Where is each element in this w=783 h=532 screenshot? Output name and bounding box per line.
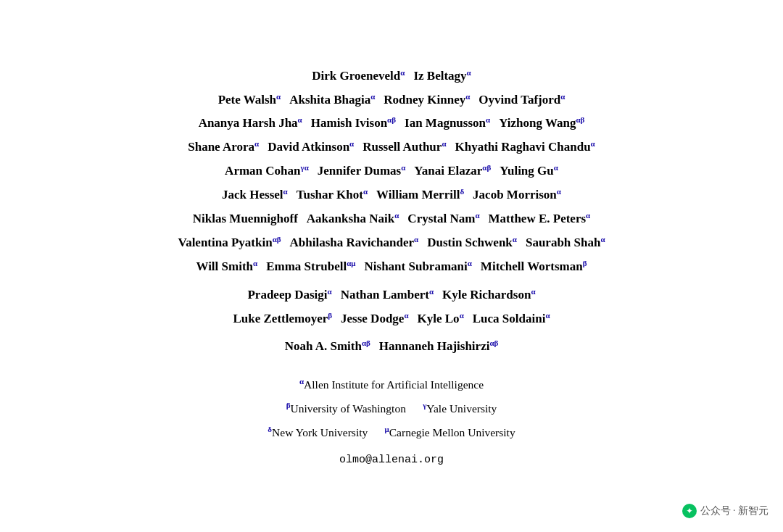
author-iz-beltagy: Iz Beltagyα — [413, 70, 471, 82]
author-dirk-groeneveld: Dirk Groeneveldα — [312, 70, 407, 82]
author-line-9: Will Smithα Emma Strubellαμ Nishant Subr… — [44, 257, 740, 278]
author-aakanksha-naik: Aakanksha Naikα — [307, 212, 402, 225]
contact-email: olmo@allenai.org — [44, 454, 740, 466]
author-saurabh-shah: Saurabh Shahα — [526, 236, 605, 249]
affiliations-section: αAllen Institute for Artificial Intellig… — [44, 373, 740, 444]
author-line-8: Valentina Pyatkinαβ Abhilasha Ravichande… — [44, 233, 740, 254]
wechat-icon: ✦ — [682, 503, 697, 519]
author-dustin-schwenk: Dustin Schwenkα — [427, 236, 520, 249]
author-line-4: Shane Aroraα David Atkinsonα Russell Aut… — [44, 137, 740, 158]
author-pradeep-dasigi: Pradeep Dasigiα — [247, 288, 334, 301]
affiliation-nyu-name: New York University — [272, 426, 368, 439]
author-mitchell-wortsman: Mitchell Wortsmanβ — [481, 260, 587, 273]
svg-text:✦: ✦ — [686, 506, 693, 516]
author-hannaneh-hajishirzi: Hannaneh Hajishirziαβ — [379, 340, 499, 352]
author-jennifer-dumas: Jennifer Dumasα — [318, 165, 409, 177]
affiliation-ai2: αAllen Institute for Artificial Intellig… — [44, 373, 740, 396]
author-ian-magnusson: Ian Magnussonα — [405, 117, 493, 129]
email-address: olmo@allenai.org — [339, 454, 444, 466]
author-david-atkinson: David Atkinsonα — [268, 141, 357, 153]
author-line-7: Niklas Muennighoff Aakanksha Naikα Cryst… — [44, 209, 740, 230]
author-kyle-richardson: Kyle Richardsonα — [442, 288, 535, 301]
author-yanai-elazar: Yanai Elazarαβ — [414, 165, 494, 177]
author-line-11: Luke Zettlemoyerβ Jesse Dodgeα Kyle Loα … — [44, 309, 740, 330]
author-william-merrill: William Merrillδ — [376, 188, 467, 201]
author-luke-zettlemoyer: Luke Zettlemoyerβ — [233, 312, 335, 325]
author-ananya-harsh-jha: Ananya Harsh Jhaα — [199, 117, 305, 129]
watermark: ✦ 公众号 · 新智元 — [682, 503, 769, 519]
author-will-smith: Will Smithα — [196, 260, 260, 273]
author-crystal-nam: Crystal Namα — [407, 212, 482, 225]
affiliation-uw-yale: βUniversity of Washington γYale Universi… — [44, 397, 740, 420]
author-line-1: Dirk Groeneveldα Iz Beltagyα — [44, 66, 740, 87]
author-nathan-lambert: Nathan Lambertα — [341, 288, 436, 301]
author-shane-arora: Shane Aroraα — [188, 141, 262, 153]
author-yuling-gu: Yuling Guα — [500, 165, 558, 177]
author-line-5: Arman Cohanγα Jennifer Dumasα Yanai Elaz… — [44, 161, 740, 182]
author-list-container: Dirk Groeneveldα Iz Beltagyα Pete Walshα… — [0, 44, 783, 489]
author-rodney-kinney: Rodney Kinneyα — [384, 93, 473, 106]
author-hamish-ivison: Hamish Ivisonαβ — [311, 117, 399, 129]
author-jacob-morrison: Jacob Morrisonα — [473, 188, 561, 201]
watermark-text: 公众号 · 新智元 — [700, 504, 769, 518]
author-emma-strubell: Emma Strubellαμ — [266, 260, 358, 273]
author-russell-authur: Russell Authurα — [362, 141, 449, 153]
author-arman-cohan: Arman Cohanγα — [225, 165, 312, 177]
author-luca-soldaini: Luca Soldainiα — [473, 312, 550, 325]
affiliation-ai2-name: Allen Institute for Artificial Intellige… — [304, 378, 484, 391]
author-akshita-bhagia: Akshita Bhagiaα — [289, 93, 378, 106]
affiliation-cmu-name: Carnegie Mellon University — [389, 426, 515, 439]
author-valentina-pyatkin: Valentina Pyatkinαβ — [178, 236, 283, 249]
author-line-6: Jack Hesselα Tushar Khotα William Merril… — [44, 185, 740, 206]
author-line-10: Pradeep Dasigiα Nathan Lambertα Kyle Ric… — [44, 285, 740, 306]
author-yizhong-wang: Yizhong Wangαβ — [499, 117, 584, 129]
affiliation-uw-name: University of Washington — [290, 402, 405, 415]
author-line-3: Ananya Harsh Jhaα Hamish Ivisonαβ Ian Ma… — [44, 113, 740, 134]
author-matthew-e-peters: Matthew E. Petersα — [489, 212, 591, 225]
affiliation-yale-name: Yale University — [426, 402, 497, 415]
author-oyvind-tafjord: Oyvind Tafjordα — [478, 93, 565, 106]
author-abhilasha-ravichander: Abhilasha Ravichanderα — [290, 236, 422, 249]
author-line-12: Noah A. Smithαβ Hannaneh Hajishirziαβ — [44, 336, 740, 357]
author-kyle-lo: Kyle Loα — [418, 312, 467, 325]
author-noah-a-smith: Noah A. Smithαβ — [285, 340, 373, 352]
author-tushar-khot: Tushar Khotα — [297, 188, 370, 201]
author-line-2: Pete Walshα Akshita Bhagiaα Rodney Kinne… — [44, 90, 740, 111]
author-nishant-subramani: Nishant Subramaniα — [365, 260, 475, 273]
author-jesse-dodge: Jesse Dodgeα — [341, 312, 412, 325]
author-pete-walsh: Pete Walshα — [218, 93, 284, 106]
author-niklas-muennighoff: Niklas Muennighoff — [193, 212, 301, 225]
author-jack-hessel: Jack Hesselα — [222, 188, 291, 201]
author-khyathi-raghavi-chandu: Khyathi Raghavi Chanduα — [455, 141, 595, 153]
affiliation-nyu-cmu: δNew York University μCarnegie Mellon Un… — [44, 421, 740, 444]
